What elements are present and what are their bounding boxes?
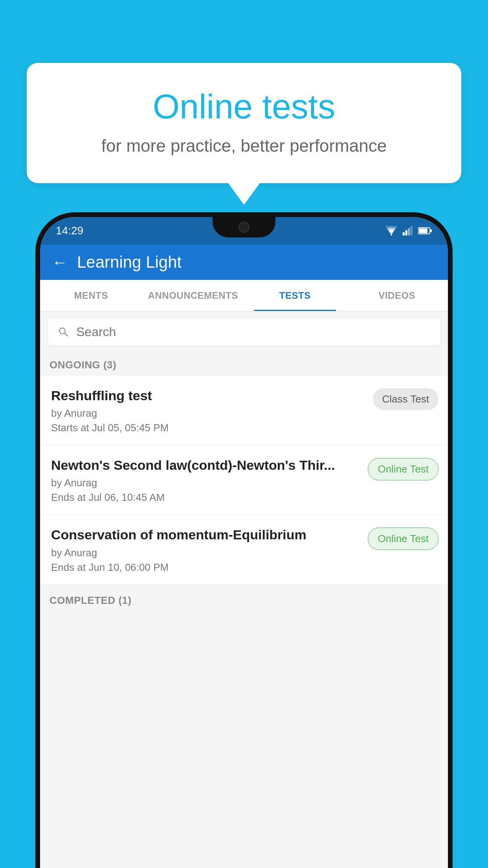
battery-icon [418,226,432,235]
speech-bubble-title: Online tests [58,86,430,127]
signal-icon [402,226,413,235]
status-icons [385,226,432,235]
notch [213,217,275,237]
test-by: by Anurag [51,547,361,559]
svg-rect-2 [405,230,407,235]
test-item[interactable]: Conservation of momentum-Equilibrium by … [40,515,448,585]
phone-frame: 14:29 [35,212,453,868]
test-list: Reshuffling test by Anurag Starts at Jul… [40,376,448,585]
svg-rect-7 [430,229,432,232]
test-name: Conservation of momentum-Equilibrium [51,526,361,543]
wifi-icon [385,226,398,235]
ongoing-section-header: ONGOING (3) [40,353,448,376]
svg-rect-3 [408,228,410,235]
phone-screen: 14:29 [40,217,448,868]
back-arrow-icon[interactable]: ← [52,254,68,271]
test-date: Ends at Jun 10, 06:00 PM [51,561,361,574]
phone-inner: 14:29 [40,217,448,868]
app-header: ← Learning Light [40,245,448,280]
test-item-left: Newton's Second law(contd)-Newton's Thir… [51,456,368,504]
tabs-bar: MENTS ANNOUNCEMENTS TESTS VIDEOS [40,280,448,311]
test-name: Reshuffling test [51,387,367,404]
test-badge-online: Online Test [368,458,438,480]
status-time: 14:29 [56,224,83,237]
status-bar: 14:29 [40,217,448,245]
search-container [40,311,448,353]
test-item-left: Conservation of momentum-Equilibrium by … [51,526,368,573]
tab-announcements[interactable]: ANNOUNCEMENTS [142,280,244,311]
test-item[interactable]: Reshuffling test by Anurag Starts at Jul… [40,376,448,445]
test-by: by Anurag [51,407,367,419]
screen-content: ONGOING (3) Reshuffling test by Anurag S… [40,311,448,868]
test-item[interactable]: Newton's Second law(contd)-Newton's Thir… [40,445,448,515]
svg-rect-1 [403,232,405,235]
test-name: Newton's Second law(contd)-Newton's Thir… [51,456,361,474]
test-badge-online-2: Online Test [368,528,438,550]
completed-section-header: COMPLETED (1) [40,588,448,611]
search-input-wrapper[interactable] [48,318,440,346]
search-input[interactable] [76,325,431,339]
tab-videos[interactable]: VIDEOS [346,280,448,311]
tab-ments[interactable]: MENTS [40,280,142,311]
svg-point-0 [391,234,392,235]
test-by: by Anurag [51,477,361,489]
tab-tests[interactable]: TESTS [244,280,346,311]
test-date: Ends at Jul 06, 10:45 AM [51,491,361,504]
test-item-left: Reshuffling test by Anurag Starts at Jul… [51,387,373,434]
speech-bubble: Online tests for more practice, better p… [27,63,461,183]
speech-bubble-container: Online tests for more practice, better p… [27,63,461,205]
search-icon [57,326,70,338]
speech-bubble-arrow [228,183,260,205]
app-title: Learning Light [77,253,182,272]
test-date: Starts at Jul 05, 05:45 PM [51,422,367,434]
svg-rect-4 [411,226,413,235]
svg-rect-6 [419,228,427,233]
test-badge-class: Class Test [373,388,438,410]
speech-bubble-subtitle: for more practice, better performance [58,136,430,156]
camera-dot [238,222,250,233]
